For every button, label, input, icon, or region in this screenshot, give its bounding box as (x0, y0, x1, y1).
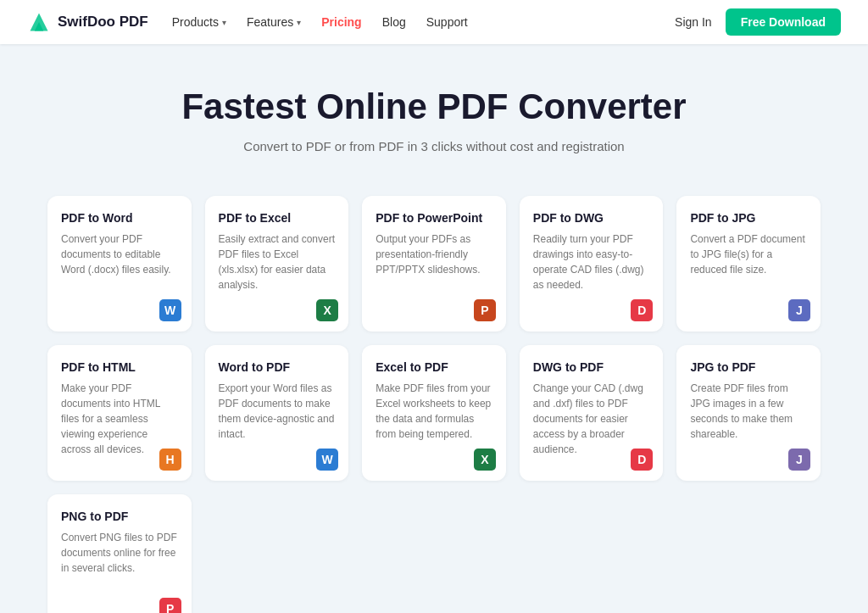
nav-item-features[interactable]: Features ▾ (247, 15, 301, 29)
logo-icon (27, 10, 51, 34)
card-title: Word to PDF (219, 360, 336, 374)
card-title: PNG to PDF (61, 510, 178, 523)
card-title: PDF to Word (61, 211, 178, 225)
cards-row-2: PDF to HTML Make your PDF documents into… (47, 345, 821, 481)
jpg-icon: J (788, 299, 810, 321)
word-icon: W (159, 299, 181, 321)
sign-in-button[interactable]: Sign In (675, 15, 712, 29)
card-desc: Export your Word files as PDF documents … (219, 381, 336, 442)
cards-row-1: PDF to Word Convert your PDF documents t… (47, 196, 821, 332)
card-title: Excel to PDF (376, 360, 492, 374)
card-title: PDF to JPG (690, 211, 807, 225)
card-desc: Convert your PDF documents to editable W… (61, 231, 178, 277)
html-icon: H (159, 449, 181, 471)
card-dwg-to-pdf[interactable]: DWG to PDF Change your CAD (.dwg and .dx… (520, 345, 664, 481)
card-desc: Create PDF files from JPG images in a fe… (690, 381, 807, 442)
card-pdf-to-html[interactable]: PDF to HTML Make your PDF documents into… (47, 345, 192, 481)
excel2-icon: X (474, 449, 496, 471)
card-title: PDF to DWG (533, 211, 650, 225)
card-pdf-to-dwg[interactable]: PDF to DWG Readily turn your PDF drawing… (520, 196, 664, 332)
card-title: JPG to PDF (690, 360, 807, 374)
card-desc: Make your PDF documents into HTML files … (61, 381, 178, 457)
hero-section: Fastest Online PDF Converter Convert to … (0, 44, 868, 179)
nav-item-support[interactable]: Support (426, 15, 468, 29)
navbar: SwifDoo PDF Products ▾ Features ▾ Pricin… (0, 0, 868, 44)
chevron-down-icon: ▾ (297, 18, 301, 27)
ppt-icon: P (474, 299, 496, 321)
card-png-to-pdf[interactable]: PNG to PDF Convert PNG files to PDF docu… (47, 494, 192, 613)
nav-item-blog[interactable]: Blog (382, 15, 406, 29)
cards-row-3: PNG to PDF Convert PNG files to PDF docu… (47, 494, 821, 613)
card-pdf-to-excel[interactable]: PDF to Excel Easily extract and convert … (205, 196, 349, 332)
card-desc: Make PDF files from your Excel worksheet… (376, 381, 492, 442)
card-pdf-to-jpg[interactable]: PDF to JPG Convert a PDF document to JPG… (676, 196, 821, 332)
card-desc: Convert PNG files to PDF documents onlin… (61, 530, 178, 576)
logo-text: SwifDoo PDF (58, 14, 148, 31)
card-pdf-to-powerpoint[interactable]: PDF to PowerPoint Output your PDFs as pr… (362, 196, 506, 332)
card-title: PDF to PowerPoint (376, 211, 492, 225)
card-word-to-pdf[interactable]: Word to PDF Export your Word files as PD… (205, 345, 349, 481)
card-desc: Output your PDFs as presentation-friendl… (376, 231, 492, 277)
hero-subtitle: Convert to PDF or from PDF in 3 clicks w… (17, 139, 851, 153)
nav-links: Products ▾ Features ▾ Pricing Blog Suppo… (172, 15, 675, 29)
card-title: PDF to Excel (219, 211, 336, 225)
jpg2-icon: J (788, 449, 810, 471)
hero-title: Fastest Online PDF Converter (17, 86, 851, 127)
excel-icon: X (316, 299, 338, 321)
card-pdf-to-word[interactable]: PDF to Word Convert your PDF documents t… (47, 196, 192, 332)
word2-icon: W (316, 449, 338, 471)
dwg-icon: D (631, 299, 653, 321)
cards-container: PDF to Word Convert your PDF documents t… (27, 179, 841, 613)
card-desc: Change your CAD (.dwg and .dxf) files to… (533, 381, 650, 457)
nav-item-pricing[interactable]: Pricing (321, 15, 361, 29)
png-icon: P (159, 598, 181, 613)
card-desc: Convert a PDF document to JPG file(s) fo… (690, 231, 807, 277)
chevron-down-icon: ▾ (222, 18, 226, 27)
free-download-button[interactable]: Free Download (726, 8, 841, 36)
nav-item-products[interactable]: Products ▾ (172, 15, 226, 29)
card-jpg-to-pdf[interactable]: JPG to PDF Create PDF files from JPG ima… (676, 345, 821, 481)
nav-right: Sign In Free Download (675, 8, 841, 36)
card-desc: Readily turn your PDF drawings into easy… (533, 231, 650, 293)
card-title: DWG to PDF (533, 360, 650, 374)
dwg2-icon: D (631, 449, 653, 471)
card-title: PDF to HTML (61, 360, 178, 374)
card-desc: Easily extract and convert PDF files to … (219, 231, 336, 293)
logo[interactable]: SwifDoo PDF (27, 10, 148, 34)
card-excel-to-pdf[interactable]: Excel to PDF Make PDF files from your Ex… (362, 345, 506, 481)
